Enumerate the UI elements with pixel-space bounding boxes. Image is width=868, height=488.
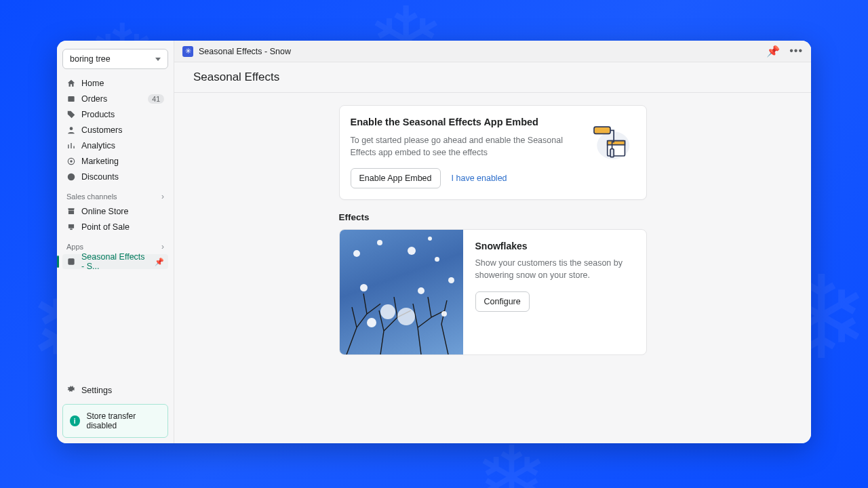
effect-description: Show your customers tis the season by sh… xyxy=(475,257,634,281)
nav-label: Discounts xyxy=(81,172,119,182)
transfer-text: Store transfer disabled xyxy=(87,411,161,430)
svg-rect-11 xyxy=(607,141,625,145)
nav-app-seasonal-effects[interactable]: Seasonal Effects - S... 📌 xyxy=(62,254,168,269)
embed-card: Enable the Seasonal Effects App Embed To… xyxy=(339,105,647,200)
nav-label: Marketing xyxy=(81,157,119,166)
svg-rect-5 xyxy=(68,224,74,228)
nav-label: Products xyxy=(81,110,115,119)
chevron-down-icon xyxy=(155,58,161,61)
analytics-icon xyxy=(66,141,76,150)
nav-label: Analytics xyxy=(81,141,115,150)
svg-rect-12 xyxy=(594,127,610,134)
nav-orders[interactable]: Orders 41 xyxy=(62,92,168,106)
heading-label: Apps xyxy=(66,243,83,251)
svg-rect-13 xyxy=(610,149,614,157)
main-content: ✳ Seasonal Effects - Snow 📌 ••• Seasonal… xyxy=(174,41,811,443)
heading-label: Sales channels xyxy=(66,192,117,201)
apps-heading: Apps › xyxy=(62,235,168,254)
app-topbar: ✳ Seasonal Effects - Snow 📌 ••• xyxy=(174,41,811,62)
sales-channels-heading: Sales channels › xyxy=(62,185,168,204)
effect-title: Snowflakes xyxy=(475,241,634,251)
i-have-enabled-link[interactable]: I have enabled xyxy=(452,174,507,183)
svg-point-1 xyxy=(70,127,73,130)
primary-nav: Home Orders 41 Products Customers Analyt… xyxy=(62,76,168,270)
store-transfer-notice[interactable]: i Store transfer disabled xyxy=(62,404,168,438)
nav-analytics[interactable]: Analytics xyxy=(62,138,168,153)
nav-settings[interactable]: Settings xyxy=(62,382,168,399)
page-title: Seasonal Effects xyxy=(193,70,279,84)
svg-rect-6 xyxy=(70,228,73,230)
app-title: Seasonal Effects - Snow xyxy=(199,47,291,56)
sidebar: boring tree Home Orders 41 Products Cust… xyxy=(57,41,174,443)
nav-label: Customers xyxy=(81,125,122,135)
nav-home[interactable]: Home xyxy=(62,76,168,91)
nav-products[interactable]: Products xyxy=(62,107,168,122)
info-icon: i xyxy=(70,415,80,426)
chevron-right-icon[interactable]: › xyxy=(161,242,164,251)
target-icon xyxy=(66,157,76,166)
svg-point-3 xyxy=(70,160,73,163)
nav-customers[interactable]: Customers xyxy=(62,123,168,138)
more-icon[interactable]: ••• xyxy=(789,45,803,58)
store-name: boring tree xyxy=(70,54,111,64)
store-selector[interactable]: boring tree xyxy=(62,49,168,69)
content-area: Enable the Seasonal Effects App Embed To… xyxy=(174,93,811,443)
nav-label: Seasonal Effects - S... xyxy=(81,252,149,271)
configure-button[interactable]: Configure xyxy=(475,291,530,312)
nav-discounts[interactable]: Discounts xyxy=(62,169,168,184)
tag-icon xyxy=(66,110,76,119)
orders-icon xyxy=(66,94,76,104)
nav-marketing[interactable]: Marketing xyxy=(62,154,168,169)
svg-rect-0 xyxy=(68,96,74,102)
person-icon xyxy=(66,125,76,135)
enable-app-embed-button[interactable]: Enable App Embed xyxy=(351,168,441,188)
nav-online-store[interactable]: Online Store xyxy=(62,204,168,219)
nav-label: Orders xyxy=(81,94,107,104)
pos-icon xyxy=(66,222,76,232)
nav-label: Online Store xyxy=(81,207,128,216)
app-icon xyxy=(66,257,76,266)
page-header: Seasonal Effects xyxy=(174,62,811,93)
nav-label: Home xyxy=(81,79,104,88)
pin-icon[interactable]: 📌 xyxy=(766,45,780,58)
chevron-right-icon[interactable]: › xyxy=(161,192,164,201)
orders-badge: 41 xyxy=(148,94,164,104)
pin-icon[interactable]: 📌 xyxy=(155,258,164,266)
discount-icon xyxy=(66,172,76,182)
effects-section-title: Effects xyxy=(339,212,647,222)
nav-pos[interactable]: Point of Sale xyxy=(62,220,168,235)
app-window: boring tree Home Orders 41 Products Cust… xyxy=(57,41,811,443)
svg-rect-7 xyxy=(68,258,74,264)
embed-card-body: To get started please go ahead and enabl… xyxy=(351,134,568,159)
settings-label: Settings xyxy=(81,386,112,395)
gear-icon xyxy=(66,384,76,396)
nav-label: Point of Sale xyxy=(81,222,130,232)
home-icon xyxy=(66,79,76,88)
snowflakes-thumbnail xyxy=(340,230,463,354)
store-icon xyxy=(66,207,76,216)
snowflakes-effect-card: Snowflakes Show your customers tis the s… xyxy=(339,229,647,355)
svg-point-4 xyxy=(68,174,75,181)
paint-roller-illustration xyxy=(587,123,634,164)
app-logo-icon: ✳ xyxy=(182,46,193,57)
